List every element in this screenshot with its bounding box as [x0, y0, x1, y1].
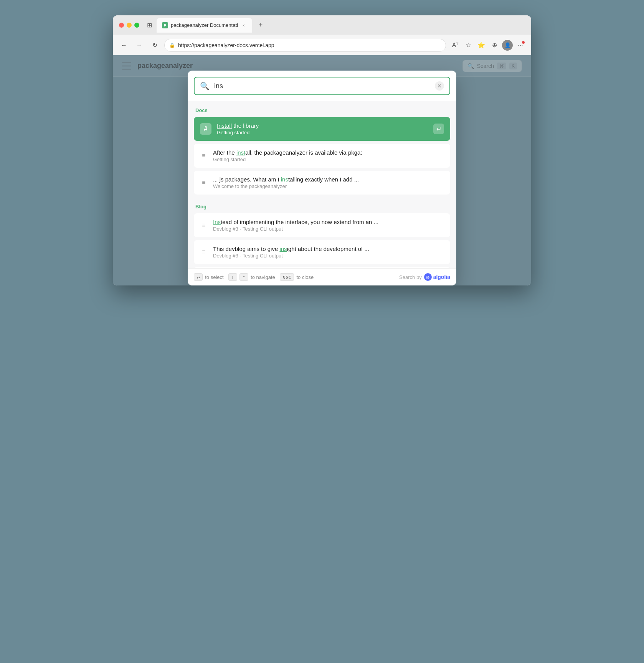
- result-subtitle-blog-1: Devblog #3 - Testing CLI output: [213, 226, 444, 232]
- new-tab-button[interactable]: +: [255, 20, 266, 31]
- more-button[interactable]: ···: [515, 40, 526, 51]
- result-content-blog-2: This devblog aims to give insight about …: [213, 246, 444, 259]
- algolia-circle-icon: ◎: [424, 273, 432, 281]
- navigate-hint: ↓ ↑ to navigate: [228, 273, 275, 281]
- result-item-blog-1[interactable]: ≡ Instead of implementing the interface,…: [194, 213, 450, 237]
- section-gap: [194, 198, 450, 204]
- maximize-button[interactable]: [134, 23, 139, 28]
- notification-dot: [522, 41, 525, 44]
- tab-favicon: P: [162, 22, 168, 28]
- tab-title: packageanalyzer Documentati: [171, 22, 238, 28]
- search-clear-button[interactable]: ×: [435, 81, 444, 91]
- result-lines-icon-b2: ≡: [200, 249, 208, 256]
- result-content-js-packages: ... js packages. What am I installing ex…: [213, 176, 444, 189]
- section-label-blog: Blog: [194, 204, 450, 209]
- algolia-branding: Search by ◎ algolia: [399, 273, 450, 281]
- nav-kbd-down: ↓: [228, 273, 237, 281]
- translate-icon[interactable]: Aᵀ: [450, 40, 461, 51]
- page-area: packageanalyzer 🔍 Search ⌘ K 🔍 ×: [113, 55, 531, 285]
- select-kbd: ↵: [194, 273, 203, 281]
- result-highlight-install: Install: [217, 122, 232, 129]
- browser-window: ⊞ P packageanalyzer Documentati × + ← → …: [113, 15, 531, 285]
- result-item-blog-3[interactable]: ≡ ... using Jest for the snapshots inste…: [194, 267, 450, 268]
- back-button[interactable]: ←: [118, 40, 130, 51]
- result-item-install-library[interactable]: # Install the library Getting started ↵: [194, 117, 450, 141]
- result-lines-icon-2: ≡: [200, 152, 208, 159]
- close-hint: esc to close: [280, 273, 314, 281]
- close-label: to close: [296, 274, 314, 280]
- sidebar-toggle-icon[interactable]: ⊞: [147, 21, 152, 29]
- forward-button: →: [134, 40, 145, 51]
- section-label-docs: Docs: [194, 107, 450, 113]
- result-item-js-packages[interactable]: ≡ ... js packages. What am I installing …: [194, 171, 450, 195]
- select-label: to select: [205, 274, 223, 280]
- collections-icon[interactable]: ⊕: [489, 40, 500, 51]
- search-input-wrapper: 🔍 ×: [194, 77, 450, 95]
- result-item-blog-2[interactable]: ≡ This devblog aims to give insight abou…: [194, 240, 450, 264]
- result-subtitle-after-install: Getting started: [213, 157, 444, 162]
- close-kbd: esc: [280, 273, 294, 281]
- result-content-after-install: After the install, the packageanalyzer i…: [213, 149, 444, 162]
- navigate-label: to navigate: [251, 274, 275, 280]
- favorites-icon[interactable]: ☆: [463, 40, 474, 51]
- algolia-label: algolia: [433, 274, 450, 280]
- result-subtitle-blog-2: Devblog #3 - Testing CLI output: [213, 253, 444, 259]
- result-lines-icon-3: ≡: [200, 179, 208, 186]
- profile-icon[interactable]: 👤: [502, 40, 513, 51]
- browser-toolbar: ← → ↻ 🔒 https://packageanalyzer-docs.ver…: [113, 35, 531, 55]
- search-modal-icon: 🔍: [200, 81, 210, 91]
- modal-overlay[interactable]: 🔍 × Docs # Install the library: [113, 55, 531, 285]
- minimize-button[interactable]: [127, 23, 132, 28]
- refresh-button[interactable]: ↻: [149, 40, 160, 51]
- algolia-logo: ◎ algolia: [424, 273, 450, 281]
- url-text: https://packageanalyzer-docs.vercel.app: [178, 42, 441, 48]
- enter-icon: ↵: [433, 124, 444, 134]
- bookmark-icon[interactable]: ⭐: [476, 40, 487, 51]
- result-title-install: Install the library: [217, 122, 428, 129]
- result-title-after-install: After the install, the packageanalyzer i…: [213, 149, 444, 156]
- nav-kbd-up: ↑: [239, 273, 248, 281]
- tab-area: ⊞ P packageanalyzer Documentati × +: [147, 18, 525, 33]
- result-content-install: Install the library Getting started: [217, 122, 428, 135]
- result-subtitle-install: Getting started: [217, 130, 428, 135]
- titlebar: ⊞ P packageanalyzer Documentati × +: [113, 15, 531, 35]
- address-bar[interactable]: 🔒 https://packageanalyzer-docs.vercel.ap…: [164, 39, 446, 52]
- powered-by-label: Search by: [399, 274, 422, 280]
- result-lines-icon-b1: ≡: [200, 222, 208, 229]
- search-footer: ↵ to select ↓ ↑ to navigate esc to close: [188, 268, 456, 285]
- search-modal: 🔍 × Docs # Install the library: [188, 71, 456, 285]
- result-content-blog-1: Instead of implementing the interface, y…: [213, 219, 444, 232]
- lock-icon: 🔒: [169, 43, 175, 48]
- search-modal-input[interactable]: [214, 82, 430, 90]
- results-area: Docs # Install the library Getting start…: [188, 101, 456, 268]
- select-hint: ↵ to select: [194, 273, 224, 281]
- toolbar-icons: Aᵀ ☆ ⭐ ⊕ 👤 ···: [450, 40, 526, 51]
- traffic-lights: [119, 23, 139, 28]
- result-hash-icon: #: [200, 123, 211, 135]
- active-tab[interactable]: P packageanalyzer Documentati ×: [157, 18, 252, 33]
- result-title-blog-2: This devblog aims to give insight about …: [213, 246, 444, 252]
- tab-close-button[interactable]: ×: [241, 22, 247, 28]
- result-subtitle-js-packages: Welcome to the packageanalyzer: [213, 183, 444, 189]
- result-item-after-install[interactable]: ≡ After the install, the packageanalyzer…: [194, 144, 450, 168]
- result-title-js-packages: ... js packages. What am I installing ex…: [213, 176, 444, 183]
- close-button[interactable]: [119, 23, 124, 28]
- result-title-blog-1: Instead of implementing the interface, y…: [213, 219, 444, 225]
